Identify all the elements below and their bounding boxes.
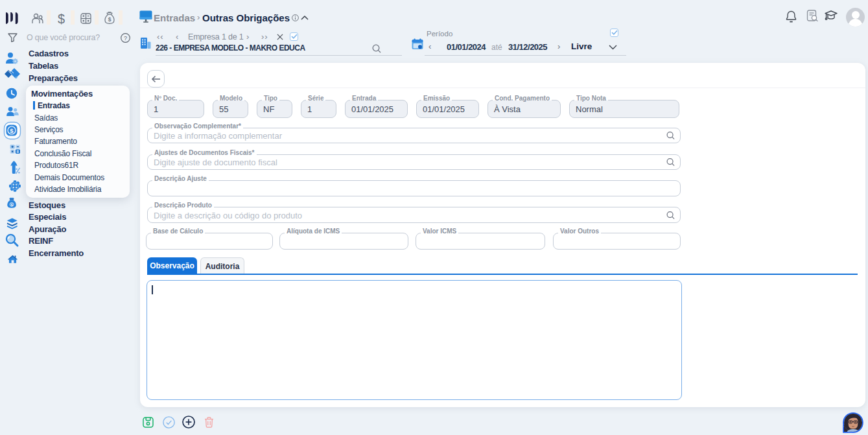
svg-text:?: ? xyxy=(124,35,127,41)
svg-text:$: $ xyxy=(10,127,14,134)
svg-text:$: $ xyxy=(11,203,13,207)
svg-text:$: $ xyxy=(108,16,111,23)
